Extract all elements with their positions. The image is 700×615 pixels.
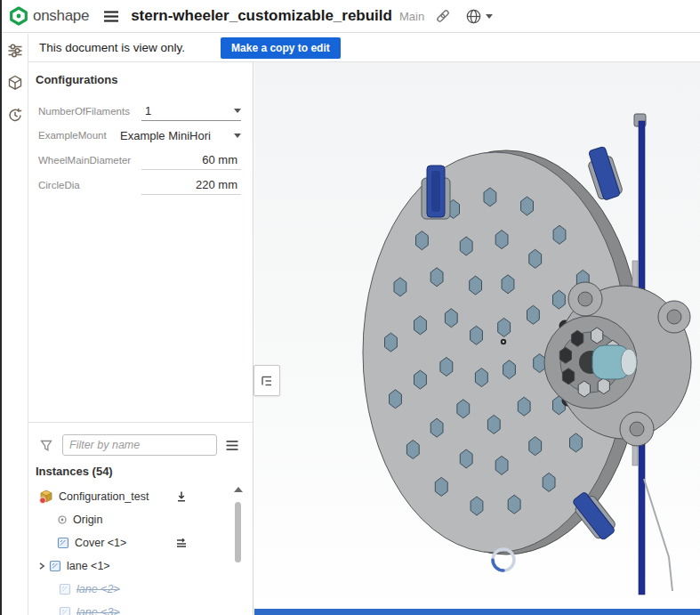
3d-viewport[interactable] xyxy=(254,62,700,615)
onshape-logo-text[interactable]: onshape xyxy=(33,7,89,25)
configurations-panel-icon[interactable] xyxy=(5,41,25,61)
onshape-app-window: onshape stern-wheeler_customizable_rebui… xyxy=(0,0,700,615)
field-value: 60 mm xyxy=(198,153,241,166)
list-view-icon[interactable] xyxy=(225,439,239,452)
configurations-title: Configurations xyxy=(36,73,117,86)
tree-item-label: Cover <1> xyxy=(75,537,126,549)
filter-funnel-icon[interactable] xyxy=(39,439,53,452)
field-value: 220 mm xyxy=(192,178,241,191)
field-value: 1 xyxy=(141,104,155,117)
tree-item-label: Configuration_test xyxy=(59,490,149,503)
bottom-tab-bar[interactable] xyxy=(254,609,700,615)
wheelmaindiameter-input[interactable]: 60 mm xyxy=(141,150,241,170)
tree-item-cover-1[interactable]: Cover <1> xyxy=(28,531,253,554)
in-context-icon[interactable] xyxy=(175,537,188,549)
field-label: CircleDia xyxy=(38,180,80,190)
scroll-up-arrow[interactable] xyxy=(234,487,243,492)
tree-item-lane-2[interactable]: lane <2> xyxy=(28,578,253,601)
config-field-circledia: CircleDia 220 mm xyxy=(38,175,241,195)
make-copy-button[interactable]: Make a copy to edit xyxy=(221,37,341,59)
tree-scrollbar-thumb[interactable] xyxy=(235,502,241,562)
paddle-wheel-model xyxy=(254,62,700,615)
left-icon-rail xyxy=(2,34,28,615)
caret-down-icon xyxy=(234,134,241,138)
circledia-input[interactable]: 220 mm xyxy=(141,175,241,195)
part-icon xyxy=(57,537,69,549)
versions-cube-icon[interactable] xyxy=(5,73,25,93)
tree-item-origin[interactable]: Origin xyxy=(28,508,253,531)
public-globe-icon[interactable] xyxy=(465,8,482,25)
field-label: WheelMainDiameter xyxy=(38,155,131,166)
caret-down-icon xyxy=(234,109,241,113)
origin-icon xyxy=(57,514,68,525)
tree-item-label: lane <3> xyxy=(76,606,120,615)
tree-item-label: lane <1> xyxy=(67,560,110,572)
numberoffilaments-dropdown[interactable]: 1 xyxy=(141,101,241,121)
examplemount-dropdown[interactable]: Example MiniHori xyxy=(120,125,241,145)
panel-toggle-button[interactable] xyxy=(253,365,280,396)
caret-down-icon[interactable] xyxy=(486,14,493,19)
field-value: Example MiniHori xyxy=(120,129,211,142)
window-edge xyxy=(0,0,2,615)
config-field-wheelmaindiameter: WheelMainDiameter 60 mm xyxy=(38,150,241,170)
assembly-icon xyxy=(39,490,53,504)
tree-item-lane-1[interactable]: lane <1> xyxy=(28,554,253,578)
view-only-bar: This document is view only. Make a copy … xyxy=(28,34,700,62)
configurations-panel: Configurations NumberOfFilaments 1 Examp… xyxy=(28,62,253,615)
tree-item-label: lane <2> xyxy=(76,583,120,595)
part-icon xyxy=(59,606,71,615)
instances-title: Instances (54) xyxy=(36,465,113,478)
field-label: NumberOfFilaments xyxy=(38,106,130,117)
history-clock-icon[interactable] xyxy=(5,105,25,125)
onshape-logo-icon[interactable] xyxy=(9,6,28,26)
config-field-examplemount: ExampleMount Example MiniHori xyxy=(38,125,241,145)
field-label: ExampleMount xyxy=(38,130,107,141)
part-icon xyxy=(59,583,71,595)
view-only-message: This document is view only. xyxy=(39,41,185,54)
expand-chevron-icon[interactable] xyxy=(37,562,46,570)
tree-item-lane-3[interactable]: lane <3> xyxy=(28,601,253,615)
tree-item-label: Origin xyxy=(73,514,102,526)
mount-clip-top-right xyxy=(584,145,624,202)
document-title: stern-wheeler_customizable_rebuild xyxy=(131,7,392,25)
sync-latest-icon[interactable] xyxy=(175,490,188,503)
part-icon xyxy=(49,560,61,572)
tree-item-configuration-test[interactable]: Configuration_test xyxy=(28,485,253,508)
instances-filter-row xyxy=(28,433,253,457)
config-field-numberoffilaments: NumberOfFilaments 1 xyxy=(38,101,241,121)
hamburger-menu-icon[interactable] xyxy=(103,10,119,23)
share-link-icon[interactable] xyxy=(435,8,451,24)
workspace-label[interactable]: Main xyxy=(399,10,424,23)
top-bar: onshape stern-wheeler_customizable_rebui… xyxy=(0,0,700,33)
panel-divider xyxy=(28,422,253,423)
filter-by-name-input[interactable] xyxy=(62,434,217,456)
